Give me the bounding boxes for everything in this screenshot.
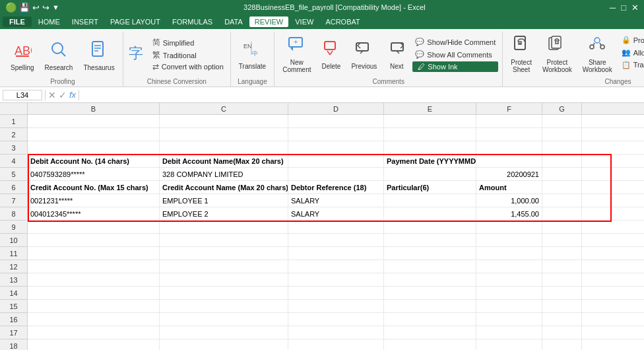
cell-c3[interactable]: [160, 141, 288, 154]
cell-c15[interactable]: [160, 300, 288, 312]
cell-f9[interactable]: [476, 221, 542, 233]
cell-reference-input[interactable]: [3, 90, 42, 100]
menu-item-data[interactable]: DATA: [219, 17, 248, 27]
cell-g3[interactable]: [542, 141, 582, 154]
cell-e17[interactable]: [384, 326, 476, 339]
cell-c10[interactable]: [160, 234, 288, 246]
cell-g14[interactable]: [542, 287, 582, 299]
cell-f6[interactable]: Amount: [476, 181, 542, 193]
cell-d6[interactable]: Debtor Reference (18): [288, 181, 384, 193]
row-header-5[interactable]: 5: [0, 168, 27, 181]
cell-d11[interactable]: [288, 247, 384, 260]
cell-c2[interactable]: [160, 128, 288, 141]
menu-item-file[interactable]: FILE: [3, 17, 32, 27]
cell-g8[interactable]: [542, 207, 582, 220]
cell-f4[interactable]: [476, 155, 542, 167]
row-header-17[interactable]: 17: [0, 326, 27, 339]
menu-item-view[interactable]: VIEW: [290, 17, 319, 27]
cell-g9[interactable]: [542, 221, 582, 233]
row-header-1[interactable]: 1: [0, 115, 27, 128]
cell-e5[interactable]: [384, 168, 476, 180]
cell-f1[interactable]: [476, 115, 542, 127]
row-header-7[interactable]: 7: [0, 194, 27, 207]
translate-button[interactable]: EN 中 Translate: [235, 34, 270, 74]
cell-g16[interactable]: [542, 313, 582, 326]
cell-d18[interactable]: [288, 339, 384, 350]
cell-g15[interactable]: [542, 300, 582, 312]
cell-c5[interactable]: 328 COMPANY LIMITED: [160, 168, 288, 180]
cell-b16[interactable]: [28, 313, 160, 326]
minimize-btn[interactable]: ─: [610, 3, 616, 13]
cancel-icon[interactable]: ✕: [48, 90, 56, 100]
col-header-g[interactable]: G: [542, 103, 582, 114]
cell-e6[interactable]: Particular(6): [384, 181, 476, 193]
cell-b8[interactable]: 004012345*****: [28, 207, 160, 220]
menu-item-home[interactable]: HOME: [33, 17, 65, 27]
protect-share-button[interactable]: 🔒 Protect and Share Workbook: [619, 34, 644, 46]
formula-input[interactable]: [82, 91, 641, 99]
cell-d12[interactable]: [288, 260, 384, 273]
cell-d10[interactable]: [288, 234, 384, 246]
cell-f10[interactable]: [476, 234, 542, 246]
cell-g12[interactable]: [542, 260, 582, 273]
cell-g18[interactable]: [542, 339, 582, 350]
cell-e15[interactable]: [384, 300, 476, 312]
cell-c17[interactable]: [160, 326, 288, 339]
cell-g6[interactable]: [542, 181, 582, 193]
menu-item-insert[interactable]: INSERT: [67, 17, 104, 27]
cell-e13[interactable]: [384, 273, 476, 286]
close-btn[interactable]: ✕: [631, 3, 639, 13]
cell-d16[interactable]: [288, 313, 384, 326]
cell-d9[interactable]: [288, 221, 384, 233]
cell-b5[interactable]: 0407593289*****: [28, 168, 160, 180]
thesaurus-button[interactable]: Thesaurus: [79, 36, 118, 75]
cell-b10[interactable]: [28, 234, 160, 246]
cell-g5[interactable]: [542, 168, 582, 180]
simplified-button[interactable]: 简 Simplified: [150, 36, 226, 49]
row-header-6[interactable]: 6: [0, 181, 27, 194]
cell-f11[interactable]: [476, 247, 542, 260]
cell-b6[interactable]: Credit Account No. (Max 15 chars): [28, 181, 160, 193]
quick-undo[interactable]: ↩: [32, 3, 40, 13]
cell-e12[interactable]: [384, 260, 476, 273]
cell-f18[interactable]: [476, 339, 542, 350]
cell-f3[interactable]: [476, 141, 542, 154]
cell-e7[interactable]: [384, 194, 476, 207]
cell-b15[interactable]: [28, 300, 160, 312]
cell-g17[interactable]: [542, 326, 582, 339]
delete-button[interactable]: Delete: [318, 34, 345, 74]
col-header-b[interactable]: B: [28, 103, 160, 114]
cell-c12[interactable]: [160, 260, 288, 273]
col-header-e[interactable]: E: [384, 103, 476, 114]
cell-e1[interactable]: [384, 115, 476, 127]
cell-e14[interactable]: [384, 287, 476, 299]
cell-b17[interactable]: [28, 326, 160, 339]
cell-e18[interactable]: [384, 339, 476, 350]
row-header-4[interactable]: 4: [0, 155, 27, 168]
cell-b3[interactable]: [28, 141, 160, 154]
cell-f15[interactable]: [476, 300, 542, 312]
convert-with-option-button[interactable]: ⇄ Convert with option: [150, 61, 226, 72]
row-header-3[interactable]: 3: [0, 141, 27, 155]
cell-d15[interactable]: [288, 300, 384, 312]
row-header-16[interactable]: 16: [0, 313, 27, 326]
cell-d17[interactable]: [288, 326, 384, 339]
cell-f17[interactable]: [476, 326, 542, 339]
quick-save[interactable]: 💾: [19, 3, 30, 13]
row-header-8[interactable]: 8: [0, 207, 27, 221]
cell-b1[interactable]: [28, 115, 160, 127]
row-header-2[interactable]: 2: [0, 128, 27, 141]
cell-c16[interactable]: [160, 313, 288, 326]
cell-g1[interactable]: [542, 115, 582, 127]
row-header-18[interactable]: 18: [0, 339, 27, 350]
cell-b9[interactable]: [28, 221, 160, 233]
cell-d3[interactable]: [288, 141, 384, 154]
row-header-15[interactable]: 15: [0, 300, 27, 313]
cell-c18[interactable]: [160, 339, 288, 350]
track-changes-button[interactable]: 📋 Track Changes ▾: [619, 59, 644, 71]
cell-e8[interactable]: [384, 207, 476, 220]
cell-f2[interactable]: [476, 128, 542, 141]
cell-e10[interactable]: [384, 234, 476, 246]
cell-b7[interactable]: 0021231*****: [28, 194, 160, 207]
cell-c14[interactable]: [160, 287, 288, 299]
